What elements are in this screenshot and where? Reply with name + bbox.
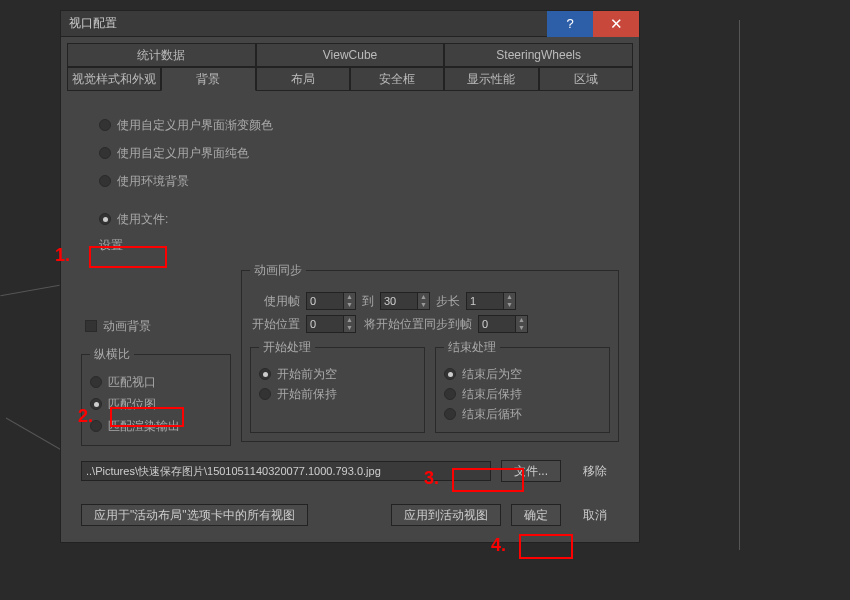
- checkbox-anim-bg[interactable]: [85, 320, 97, 332]
- viewport-config-dialog: 视口配置 ? ✕ 统计数据 ViewCube SteeringWheels 视觉…: [60, 10, 640, 543]
- radio-use-file[interactable]: [99, 213, 111, 225]
- sync-start-spinner[interactable]: ▲▼: [478, 315, 528, 333]
- radio-blank-after[interactable]: [444, 368, 456, 380]
- filepath-row: ..\Pictures\快速保存图片\1501051140320077.1000…: [81, 460, 619, 482]
- radio-env-bg-label: 使用环境背景: [117, 173, 189, 190]
- start-proc-fieldset: 开始处理 开始前为空 开始前保持: [250, 339, 425, 433]
- dialog-title: 视口配置: [69, 15, 117, 32]
- radio-match-viewport-label: 匹配视口: [108, 374, 156, 391]
- start-pos-spinner[interactable]: ▲▼: [306, 315, 356, 333]
- aspect-ratio-legend: 纵横比: [90, 346, 134, 363]
- settings-label: 设置: [99, 237, 619, 254]
- start-proc-legend: 开始处理: [259, 339, 315, 356]
- radio-custom-solid-row[interactable]: 使用自定义用户界面纯色: [99, 139, 619, 167]
- radio-hold-after-label: 结束后保持: [462, 386, 522, 403]
- radio-blank-before-label: 开始前为空: [277, 366, 337, 383]
- radio-env-bg-row[interactable]: 使用环境背景: [99, 167, 619, 195]
- radio-match-viewport-row[interactable]: 匹配视口: [90, 371, 222, 393]
- end-proc-fieldset: 结束处理 结束后为空 结束后保持 结束后循环: [435, 339, 610, 433]
- tab-safeframe[interactable]: 安全框: [350, 67, 444, 91]
- apply-all-button[interactable]: 应用于"活动布局"选项卡中的所有视图: [81, 504, 308, 526]
- sync-start-label: 将开始位置同步到帧: [362, 316, 472, 333]
- tab-steeringwheels[interactable]: SteeringWheels: [444, 43, 633, 67]
- radio-blank-before-row[interactable]: 开始前为空: [259, 364, 416, 384]
- tab-viewcube[interactable]: ViewCube: [256, 43, 445, 67]
- apply-active-button[interactable]: 应用到活动视图: [391, 504, 501, 526]
- radio-use-file-row[interactable]: 使用文件:: [99, 205, 619, 233]
- radio-hold-after-row[interactable]: 结束后保持: [444, 384, 601, 404]
- radio-loop-after-row[interactable]: 结束后循环: [444, 404, 601, 424]
- checkbox-anim-bg-row[interactable]: 动画背景: [85, 312, 231, 340]
- step-spinner[interactable]: ▲▼: [466, 292, 516, 310]
- radio-custom-gradient-label: 使用自定义用户界面渐变颜色: [117, 117, 273, 134]
- radio-custom-gradient-row[interactable]: 使用自定义用户界面渐变颜色: [99, 111, 619, 139]
- radio-match-bitmap-label: 匹配位图: [108, 396, 156, 413]
- aspect-ratio-fieldset: 纵横比 匹配视口 匹配位图 匹配渲染输出: [81, 346, 231, 446]
- to-spinner[interactable]: ▲▼: [380, 292, 430, 310]
- radio-hold-after[interactable]: [444, 388, 456, 400]
- radio-custom-solid-label: 使用自定义用户界面纯色: [117, 145, 249, 162]
- tabs-row-1: 统计数据 ViewCube SteeringWheels: [61, 37, 639, 67]
- anim-sync-legend: 动画同步: [250, 262, 306, 279]
- anim-sync-fieldset: 动画同步 使用帧 ▲▼ 到 ▲▼ 步长 ▲▼ 开始位置 ▲▼ 将开始位置同步到帧…: [241, 262, 619, 442]
- radio-loop-after-label: 结束后循环: [462, 406, 522, 423]
- tab-regions[interactable]: 区域: [539, 67, 633, 91]
- use-frame-label: 使用帧: [250, 293, 300, 310]
- radio-use-file-label: 使用文件:: [117, 211, 168, 228]
- dialog-content: 使用自定义用户界面渐变颜色 使用自定义用户界面纯色 使用环境背景 使用文件: 设…: [61, 91, 639, 492]
- filepath-display: ..\Pictures\快速保存图片\1501051140320077.1000…: [81, 461, 491, 481]
- radio-match-render[interactable]: [90, 420, 102, 432]
- tab-statistics[interactable]: 统计数据: [67, 43, 256, 67]
- file-browse-button[interactable]: 文件...: [501, 460, 561, 482]
- start-pos-label: 开始位置: [250, 316, 300, 333]
- remove-button[interactable]: 移除: [571, 460, 619, 482]
- radio-hold-before[interactable]: [259, 388, 271, 400]
- radio-match-render-label: 匹配渲染输出: [108, 418, 180, 435]
- close-button[interactable]: ✕: [593, 11, 639, 37]
- tab-visualstyle[interactable]: 视觉样式和外观: [67, 67, 161, 91]
- use-frame-spinner[interactable]: ▲▼: [306, 292, 356, 310]
- radio-match-bitmap-row[interactable]: 匹配位图: [90, 393, 222, 415]
- tab-displayperf[interactable]: 显示性能: [444, 67, 538, 91]
- checkbox-anim-bg-label: 动画背景: [103, 318, 151, 335]
- tab-background[interactable]: 背景: [161, 67, 255, 91]
- dialog-bottom-row: 应用于"活动布局"选项卡中的所有视图 应用到活动视图 确定 取消: [61, 492, 639, 542]
- radio-custom-solid[interactable]: [99, 147, 111, 159]
- radio-blank-after-label: 结束后为空: [462, 366, 522, 383]
- help-button[interactable]: ?: [547, 11, 593, 37]
- radio-env-bg[interactable]: [99, 175, 111, 187]
- dialog-titlebar[interactable]: 视口配置 ? ✕: [61, 11, 639, 37]
- radio-match-viewport[interactable]: [90, 376, 102, 388]
- cancel-button[interactable]: 取消: [571, 504, 619, 526]
- tabs-row-2: 视觉样式和外观 背景 布局 安全框 显示性能 区域: [61, 67, 639, 91]
- radio-blank-before[interactable]: [259, 368, 271, 380]
- radio-match-bitmap[interactable]: [90, 398, 102, 410]
- radio-hold-before-row[interactable]: 开始前保持: [259, 384, 416, 404]
- radio-custom-gradient[interactable]: [99, 119, 111, 131]
- radio-hold-before-label: 开始前保持: [277, 386, 337, 403]
- ok-button[interactable]: 确定: [511, 504, 561, 526]
- radio-match-render-row[interactable]: 匹配渲染输出: [90, 415, 222, 437]
- step-label: 步长: [436, 293, 460, 310]
- radio-loop-after[interactable]: [444, 408, 456, 420]
- radio-blank-after-row[interactable]: 结束后为空: [444, 364, 601, 384]
- tab-layout[interactable]: 布局: [256, 67, 350, 91]
- end-proc-legend: 结束处理: [444, 339, 500, 356]
- to-label: 到: [362, 293, 374, 310]
